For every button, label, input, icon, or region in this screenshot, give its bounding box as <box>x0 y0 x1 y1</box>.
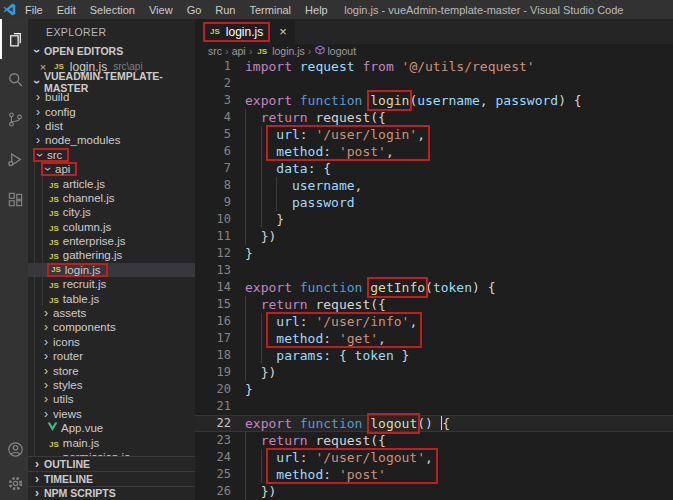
panel-outline[interactable]: ›OUTLINE <box>28 457 195 472</box>
extensions-icon[interactable] <box>0 179 28 219</box>
js-file-icon: JS <box>47 224 61 233</box>
code-line-21[interactable]: 21 <box>195 398 673 415</box>
code-line-16[interactable]: 16url: '/user/info', <box>195 313 673 330</box>
code-line-24[interactable]: 24url: '/user/logout', <box>195 449 673 466</box>
tab-login-js[interactable]: JS login.js × <box>195 19 295 44</box>
breadcrumb-item-src[interactable]: src <box>208 45 222 57</box>
search-icon[interactable] <box>0 59 28 99</box>
tree-item-dist[interactable]: ›dist <box>28 119 195 133</box>
code-line-17[interactable]: 17method: 'get', <box>195 330 673 347</box>
tree-item-config[interactable]: ›config <box>28 104 195 118</box>
run-debug-icon[interactable] <box>0 139 28 179</box>
tree-item-utils[interactable]: ›utils <box>28 392 195 406</box>
code-line-5[interactable]: 5url: '/user/login', <box>195 126 673 143</box>
tree-item-components[interactable]: ›components <box>28 320 195 334</box>
tree-item-assets[interactable]: ›assets <box>28 306 195 320</box>
breadcrumb-item-login.js[interactable]: JSlogin.js <box>255 45 304 57</box>
line-number: 7 <box>195 160 231 177</box>
code-line-11[interactable]: 11}) <box>195 228 673 245</box>
menu-view[interactable]: View <box>142 0 180 19</box>
menu-go[interactable]: Go <box>180 0 209 19</box>
code-line-13[interactable]: 13 <box>195 262 673 279</box>
code-line-3[interactable]: 3export function login(username, passwor… <box>195 92 673 109</box>
code-line-23[interactable]: 23return request({ <box>195 432 673 449</box>
code-editor[interactable]: 1import request from '@/utils/request'23… <box>195 58 673 500</box>
open-editors-label: OPEN EDITORS <box>44 45 123 57</box>
tree-item-article.js[interactable]: JSarticle.js <box>28 176 195 190</box>
code-line-20[interactable]: 20} <box>195 381 673 398</box>
line-number: 22 <box>195 415 231 432</box>
line-number: 17 <box>195 330 231 347</box>
tree-item-login.js[interactable]: JSlogin.js <box>28 263 195 277</box>
breadcrumb-item-api[interactable]: api <box>232 45 246 57</box>
vscode-logo-icon <box>0 3 18 16</box>
tree-item-store[interactable]: ›store <box>28 363 195 377</box>
code-text: url: '/user/logout', <box>245 449 433 466</box>
code-line-7[interactable]: 7data: { <box>195 160 673 177</box>
code-line-10[interactable]: 10} <box>195 211 673 228</box>
code-line-2[interactable]: 2 <box>195 75 673 92</box>
editor-group: JS login.js × src›api›JSlogin.js›logout … <box>195 19 673 500</box>
tree-item-column.js[interactable]: JScolumn.js <box>28 220 195 234</box>
annotation-box-token: getInfo <box>370 280 425 295</box>
code-line-12[interactable]: 12} <box>195 245 673 262</box>
settings-gear-icon[interactable] <box>0 466 28 500</box>
breadcrumb-label: logout <box>328 45 357 57</box>
tree-item-main.js[interactable]: JSmain.js <box>28 435 195 449</box>
tree-item-enterprise.js[interactable]: JSenterprise.js <box>28 234 195 248</box>
tree-item-api[interactable]: ›api <box>28 162 195 176</box>
project-root-header[interactable]: › VUEADMIN-TEMPLATE-MASTER <box>28 74 195 90</box>
open-editors-header[interactable]: › OPEN EDITORS <box>28 43 195 59</box>
tree-item-table.js[interactable]: JStable.js <box>28 291 195 305</box>
tree-item-gathering.js[interactable]: JSgathering.js <box>28 248 195 262</box>
menu-help[interactable]: Help <box>298 0 335 19</box>
menu-run[interactable]: Run <box>208 0 242 19</box>
account-icon[interactable] <box>0 432 28 466</box>
code-line-19[interactable]: 19}) <box>195 364 673 381</box>
tree-item-label: views <box>51 408 82 420</box>
tree-item-city.js[interactable]: JScity.js <box>28 205 195 219</box>
line-number: 4 <box>195 109 231 126</box>
code-text: params: { token } <box>245 347 409 364</box>
code-line-9[interactable]: 9password <box>195 194 673 211</box>
panel-timeline[interactable]: ›TIMELINE <box>28 471 195 486</box>
tree-item-icons[interactable]: ›icons <box>28 335 195 349</box>
menu-selection[interactable]: Selection <box>83 0 142 19</box>
tree-item-router[interactable]: ›router <box>28 349 195 363</box>
menu-file[interactable]: File <box>18 0 50 19</box>
code-line-8[interactable]: 8username, <box>195 177 673 194</box>
tree-item-node_modules[interactable]: ›node_modules <box>28 133 195 147</box>
code-line-15[interactable]: 15return request({ <box>195 296 673 313</box>
tree-item-styles[interactable]: ›styles <box>28 378 195 392</box>
code-line-18[interactable]: 18params: { token } <box>195 347 673 364</box>
tree-item-recruit.js[interactable]: JSrecruit.js <box>28 277 195 291</box>
explorer-title: EXPLORER <box>28 19 195 43</box>
explorer-icon[interactable] <box>0 19 28 59</box>
annotation-box-tree: ›src <box>33 148 69 162</box>
menu-terminal[interactable]: Terminal <box>243 0 299 19</box>
code-line-22[interactable]: 22export function logout() { <box>195 415 673 432</box>
tree-item-views[interactable]: ›views <box>28 407 195 421</box>
code-text: return request({ <box>245 109 386 126</box>
tree-item-permission.js[interactable]: JSpermission.js <box>28 450 195 456</box>
code-line-14[interactable]: 14export function getInfo(token) { <box>195 279 673 296</box>
tree-item-App.vue[interactable]: App.vue <box>28 421 195 435</box>
code-line-4[interactable]: 4return request({ <box>195 109 673 126</box>
code-line-1[interactable]: 1import request from '@/utils/request' <box>195 58 673 75</box>
annotation-box-tree: ›api <box>41 162 77 176</box>
source-control-icon[interactable] <box>0 99 28 139</box>
code-line-26[interactable]: 26}) <box>195 483 673 500</box>
menu-edit[interactable]: Edit <box>50 0 83 19</box>
tree-item-label: enterprise.js <box>61 235 126 247</box>
tree-item-src[interactable]: ›src <box>28 148 195 162</box>
code-line-6[interactable]: 6method: 'post', <box>195 143 673 160</box>
code-line-25[interactable]: 25method: 'post' <box>195 466 673 483</box>
tree-item-channel.js[interactable]: JSchannel.js <box>28 191 195 205</box>
panel-npm-scripts[interactable]: ›NPM SCRIPTS <box>28 486 195 500</box>
code-text: }) <box>245 228 276 245</box>
breadcrumb-item-logout[interactable]: logout <box>315 45 357 57</box>
tab-close-icon[interactable]: × <box>279 25 287 38</box>
tree-item-label: src <box>45 149 62 161</box>
tree-item-build[interactable]: ›build <box>28 90 195 104</box>
line-number: 11 <box>195 228 231 245</box>
